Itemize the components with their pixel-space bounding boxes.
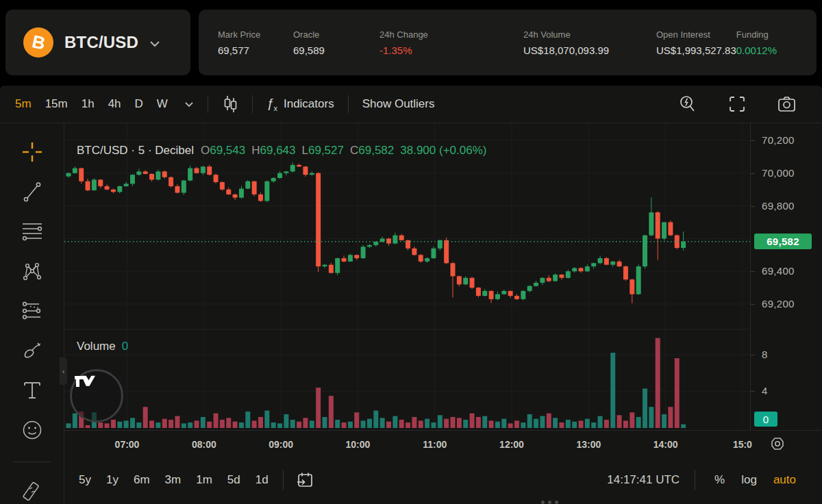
range-button[interactable]: 1d bbox=[248, 473, 276, 487]
chart-canvas[interactable]: BTC/USD · 5 · DecibelO69,543H69,643L69,5… bbox=[64, 123, 750, 430]
volume-bar bbox=[495, 422, 500, 428]
range-button[interactable]: 6m bbox=[126, 473, 158, 487]
emoji-tool[interactable] bbox=[21, 419, 44, 440]
volume-bar bbox=[367, 419, 372, 428]
volume-bar bbox=[527, 414, 532, 428]
price-axis[interactable]: 70,20070,00069,80069,40069,20069,582840 bbox=[750, 123, 822, 430]
bottom-divider bbox=[283, 470, 284, 490]
candle-body bbox=[348, 255, 353, 262]
candle-body bbox=[380, 238, 385, 242]
interval-button[interactable]: 5m bbox=[9, 92, 38, 116]
bottom-toolbar: 5y 1y 6m 3m 1m 5d 1d bbox=[64, 460, 822, 500]
candle-body bbox=[495, 294, 500, 299]
candle-body bbox=[431, 249, 436, 258]
stat-label: Mark Price bbox=[218, 29, 293, 40]
candle-body bbox=[143, 171, 148, 174]
volume-value: 0 bbox=[122, 340, 128, 353]
candle-body bbox=[604, 258, 609, 265]
candle-body bbox=[188, 168, 192, 181]
show-outliers-button[interactable]: Show Outliers bbox=[357, 97, 440, 111]
candle-body bbox=[117, 186, 122, 192]
chart-style-button[interactable] bbox=[216, 92, 244, 116]
candle-body bbox=[149, 174, 154, 179]
axis-settings-button[interactable] bbox=[770, 436, 785, 451]
volume-bar bbox=[162, 419, 167, 428]
stat-value: 69,589 bbox=[293, 45, 379, 56]
volume-tick-label: 8 bbox=[762, 349, 768, 360]
range-button[interactable]: 5d bbox=[220, 473, 248, 487]
interval-button[interactable]: 1h bbox=[75, 92, 101, 116]
range-button[interactable]: 5y bbox=[71, 473, 99, 487]
candle-body bbox=[66, 173, 71, 177]
fib-retracement-tool[interactable] bbox=[21, 220, 44, 242]
interval-button[interactable]: 15m bbox=[39, 92, 74, 116]
range-button[interactable]: 1m bbox=[188, 473, 220, 487]
interval-button[interactable]: 4h bbox=[102, 92, 127, 116]
candle-body bbox=[419, 255, 423, 262]
symbol-selector[interactable]: B BTC/USD bbox=[5, 10, 190, 75]
reset-zoom-button[interactable] bbox=[673, 92, 702, 116]
stat-label: Open Interest bbox=[656, 29, 736, 40]
log-scale-button[interactable]: log bbox=[733, 473, 765, 487]
volume-bar bbox=[124, 420, 129, 428]
volume-bar bbox=[444, 419, 449, 428]
candle-body bbox=[470, 278, 475, 288]
sidebar-collapse-handle[interactable]: ‹ bbox=[60, 357, 67, 385]
measure-tool[interactable] bbox=[21, 482, 44, 504]
crosshair-tool[interactable] bbox=[21, 141, 44, 162]
legend-open-value: 69,543 bbox=[210, 144, 245, 157]
volume-bar bbox=[373, 411, 378, 428]
interval-expand-chevron[interactable] bbox=[179, 99, 199, 110]
time-axis[interactable]: 07:0008:0009:0010:0011:0012:0013:0014:00… bbox=[64, 430, 822, 460]
time-tick-label: 14:00 bbox=[653, 439, 678, 450]
go-to-date-button[interactable] bbox=[290, 468, 319, 492]
candle-body bbox=[284, 171, 288, 173]
volume-bar bbox=[277, 423, 282, 428]
candle-body bbox=[566, 271, 571, 278]
panel-drag-handle[interactable] bbox=[541, 501, 558, 504]
projection-icon bbox=[21, 301, 43, 321]
candle-body bbox=[271, 178, 276, 181]
candle-body bbox=[354, 255, 359, 258]
candle-body bbox=[598, 258, 603, 263]
volume-bar bbox=[598, 416, 603, 428]
candle-body bbox=[534, 283, 538, 286]
projection-tool[interactable] bbox=[21, 300, 44, 321]
volume-bar bbox=[457, 418, 462, 428]
percent-scale-button[interactable]: % bbox=[706, 473, 733, 487]
clock-utc[interactable]: 14:17:41 UTC bbox=[603, 473, 684, 488]
legend-high-key: H bbox=[251, 144, 260, 157]
range-button[interactable]: 3m bbox=[158, 473, 189, 487]
fullscreen-button[interactable] bbox=[723, 92, 751, 116]
candle-body bbox=[335, 258, 340, 273]
text-tool[interactable] bbox=[21, 379, 44, 401]
candle-body bbox=[656, 212, 660, 238]
volume-bar bbox=[451, 417, 456, 428]
candle-body bbox=[98, 179, 103, 186]
volume-bar bbox=[630, 412, 634, 428]
candle-body bbox=[367, 245, 372, 247]
volume-bar bbox=[508, 423, 513, 428]
brush-tool[interactable] bbox=[21, 340, 44, 361]
xabcd-pattern-tool[interactable] bbox=[21, 260, 44, 281]
stat-value: 69,577 bbox=[218, 45, 293, 56]
screenshot-button[interactable] bbox=[772, 93, 801, 115]
tradingview-logo-icon bbox=[72, 371, 99, 392]
range-button[interactable]: 1y bbox=[99, 473, 126, 487]
candle-body bbox=[482, 291, 487, 296]
candle-body bbox=[214, 175, 219, 182]
interval-button[interactable]: D bbox=[129, 92, 149, 116]
interval-button[interactable]: W bbox=[151, 92, 174, 116]
auto-scale-button[interactable]: auto bbox=[765, 473, 804, 487]
volume-bar bbox=[233, 422, 238, 428]
candle-body bbox=[130, 175, 135, 184]
volume-bar bbox=[66, 423, 71, 428]
trend-line-tool[interactable] bbox=[21, 181, 44, 202]
volume-bar bbox=[386, 422, 391, 428]
time-tick-label: 07:00 bbox=[115, 439, 140, 450]
indicators-button[interactable]: ƒx Indicators bbox=[261, 96, 340, 112]
market-stats-bar: Mark Price 69,577 Oracle 69,589 24h Chan… bbox=[199, 10, 817, 75]
volume-bar bbox=[149, 420, 154, 428]
candle-body bbox=[393, 236, 397, 244]
chart-legend: BTC/USD · 5 · DecibelO69,543H69,643L69,5… bbox=[77, 144, 486, 158]
